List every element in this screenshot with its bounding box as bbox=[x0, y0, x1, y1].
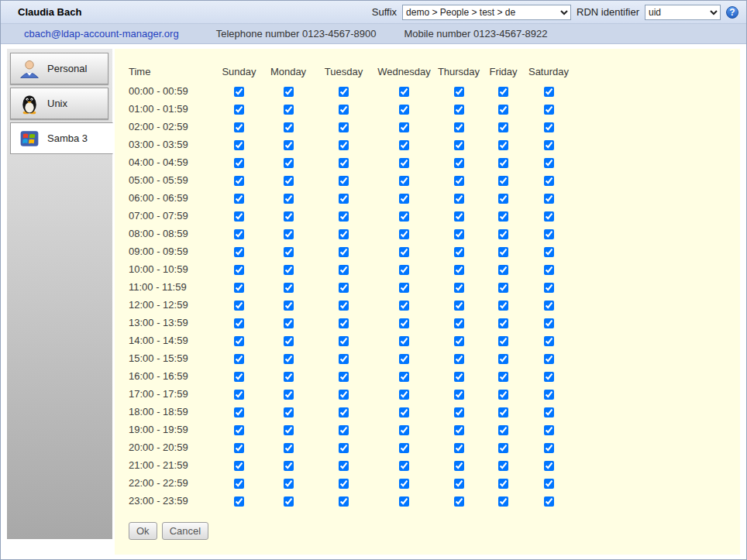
tab-personal[interactable]: Personal bbox=[10, 53, 108, 84]
logon-hour-checkbox[interactable] bbox=[339, 425, 349, 435]
logon-hour-checkbox[interactable] bbox=[454, 496, 464, 507]
logon-hour-checkbox[interactable] bbox=[284, 229, 294, 239]
logon-hour-checkbox[interactable] bbox=[339, 479, 349, 489]
logon-hour-checkbox[interactable] bbox=[234, 301, 244, 311]
logon-hour-checkbox[interactable] bbox=[544, 390, 554, 400]
logon-hour-checkbox[interactable] bbox=[399, 105, 409, 115]
logon-hour-checkbox[interactable] bbox=[399, 372, 409, 382]
logon-hour-checkbox[interactable] bbox=[399, 318, 409, 328]
logon-hour-checkbox[interactable] bbox=[544, 461, 554, 471]
logon-hour-checkbox[interactable] bbox=[339, 140, 349, 150]
logon-hour-checkbox[interactable] bbox=[234, 318, 244, 328]
logon-hour-checkbox[interactable] bbox=[339, 390, 349, 400]
logon-hour-checkbox[interactable] bbox=[339, 194, 349, 204]
logon-hour-checkbox[interactable] bbox=[498, 140, 508, 150]
logon-hour-checkbox[interactable] bbox=[399, 247, 409, 257]
logon-hour-checkbox[interactable] bbox=[339, 496, 349, 507]
logon-hour-checkbox[interactable] bbox=[544, 318, 554, 328]
logon-hour-checkbox[interactable] bbox=[234, 247, 244, 257]
logon-hour-checkbox[interactable] bbox=[339, 122, 349, 132]
logon-hour-checkbox[interactable] bbox=[284, 479, 294, 489]
logon-hour-checkbox[interactable] bbox=[284, 372, 294, 382]
logon-hour-checkbox[interactable] bbox=[544, 122, 554, 132]
logon-hour-checkbox[interactable] bbox=[234, 354, 244, 364]
logon-hour-checkbox[interactable] bbox=[284, 407, 294, 417]
logon-hour-checkbox[interactable] bbox=[284, 87, 294, 97]
logon-hour-checkbox[interactable] bbox=[284, 211, 294, 222]
ok-button[interactable]: Ok bbox=[129, 522, 157, 540]
tab-unix[interactable]: Unix bbox=[10, 88, 108, 119]
logon-hour-checkbox[interactable] bbox=[498, 265, 508, 275]
logon-hour-checkbox[interactable] bbox=[498, 176, 508, 186]
logon-hour-checkbox[interactable] bbox=[498, 87, 508, 97]
logon-hour-checkbox[interactable] bbox=[284, 122, 294, 132]
logon-hour-checkbox[interactable] bbox=[234, 176, 244, 186]
logon-hour-checkbox[interactable] bbox=[284, 283, 294, 293]
logon-hour-checkbox[interactable] bbox=[454, 372, 464, 382]
logon-hour-checkbox[interactable] bbox=[544, 105, 554, 115]
rdn-identifier-select[interactable]: uid bbox=[645, 5, 721, 20]
logon-hour-checkbox[interactable] bbox=[498, 105, 508, 115]
logon-hour-checkbox[interactable] bbox=[339, 247, 349, 257]
logon-hour-checkbox[interactable] bbox=[544, 247, 554, 257]
logon-hour-checkbox[interactable] bbox=[454, 122, 464, 132]
logon-hour-checkbox[interactable] bbox=[234, 140, 244, 150]
logon-hour-checkbox[interactable] bbox=[454, 229, 464, 239]
logon-hour-checkbox[interactable] bbox=[284, 354, 294, 364]
logon-hour-checkbox[interactable] bbox=[498, 425, 508, 435]
logon-hour-checkbox[interactable] bbox=[454, 354, 464, 364]
logon-hour-checkbox[interactable] bbox=[284, 176, 294, 186]
logon-hour-checkbox[interactable] bbox=[544, 283, 554, 293]
logon-hour-checkbox[interactable] bbox=[234, 265, 244, 275]
logon-hour-checkbox[interactable] bbox=[399, 407, 409, 417]
logon-hour-checkbox[interactable] bbox=[454, 461, 464, 471]
logon-hour-checkbox[interactable] bbox=[399, 122, 409, 132]
logon-hour-checkbox[interactable] bbox=[454, 283, 464, 293]
logon-hour-checkbox[interactable] bbox=[339, 336, 349, 346]
logon-hour-checkbox[interactable] bbox=[454, 87, 464, 97]
logon-hour-checkbox[interactable] bbox=[234, 372, 244, 382]
logon-hour-checkbox[interactable] bbox=[234, 283, 244, 293]
logon-hour-checkbox[interactable] bbox=[399, 87, 409, 97]
logon-hour-checkbox[interactable] bbox=[498, 283, 508, 293]
tab-samba3[interactable]: Samba 3 bbox=[10, 122, 113, 154]
logon-hour-checkbox[interactable] bbox=[498, 194, 508, 204]
logon-hour-checkbox[interactable] bbox=[544, 301, 554, 311]
logon-hour-checkbox[interactable] bbox=[234, 158, 244, 168]
logon-hour-checkbox[interactable] bbox=[339, 87, 349, 97]
logon-hour-checkbox[interactable] bbox=[284, 318, 294, 328]
logon-hour-checkbox[interactable] bbox=[454, 443, 464, 453]
logon-hour-checkbox[interactable] bbox=[454, 301, 464, 311]
logon-hour-checkbox[interactable] bbox=[234, 425, 244, 435]
logon-hour-checkbox[interactable] bbox=[339, 461, 349, 471]
logon-hour-checkbox[interactable] bbox=[454, 336, 464, 346]
logon-hour-checkbox[interactable] bbox=[234, 443, 244, 453]
logon-hour-checkbox[interactable] bbox=[454, 176, 464, 186]
logon-hour-checkbox[interactable] bbox=[399, 443, 409, 453]
logon-hour-checkbox[interactable] bbox=[339, 283, 349, 293]
logon-hour-checkbox[interactable] bbox=[284, 390, 294, 400]
logon-hour-checkbox[interactable] bbox=[399, 229, 409, 239]
logon-hour-checkbox[interactable] bbox=[234, 229, 244, 239]
logon-hour-checkbox[interactable] bbox=[284, 158, 294, 168]
logon-hour-checkbox[interactable] bbox=[454, 318, 464, 328]
help-icon[interactable]: ? bbox=[726, 6, 738, 19]
logon-hour-checkbox[interactable] bbox=[399, 158, 409, 168]
logon-hour-checkbox[interactable] bbox=[544, 372, 554, 382]
logon-hour-checkbox[interactable] bbox=[544, 158, 554, 168]
logon-hour-checkbox[interactable] bbox=[544, 194, 554, 204]
logon-hour-checkbox[interactable] bbox=[339, 211, 349, 222]
logon-hour-checkbox[interactable] bbox=[284, 265, 294, 275]
logon-hour-checkbox[interactable] bbox=[284, 461, 294, 471]
logon-hour-checkbox[interactable] bbox=[454, 105, 464, 115]
logon-hour-checkbox[interactable] bbox=[234, 211, 244, 222]
logon-hour-checkbox[interactable] bbox=[498, 479, 508, 489]
logon-hour-checkbox[interactable] bbox=[399, 283, 409, 293]
logon-hour-checkbox[interactable] bbox=[498, 158, 508, 168]
logon-hour-checkbox[interactable] bbox=[454, 247, 464, 257]
logon-hour-checkbox[interactable] bbox=[498, 211, 508, 222]
logon-hour-checkbox[interactable] bbox=[234, 87, 244, 97]
logon-hour-checkbox[interactable] bbox=[399, 301, 409, 311]
logon-hour-checkbox[interactable] bbox=[399, 211, 409, 222]
logon-hour-checkbox[interactable] bbox=[339, 301, 349, 311]
